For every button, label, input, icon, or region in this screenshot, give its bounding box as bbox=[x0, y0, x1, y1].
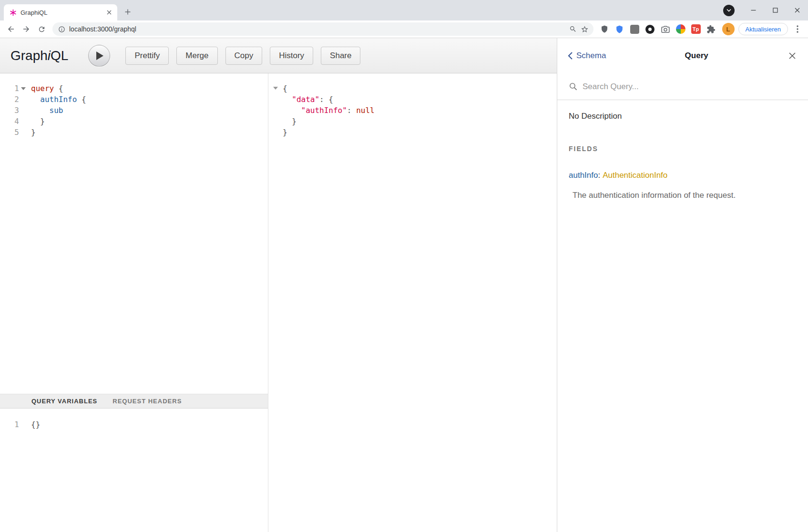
line-number: 1 bbox=[0, 83, 19, 94]
result-fold-arrow-icon[interactable] bbox=[273, 87, 278, 90]
status-circle-icon[interactable] bbox=[723, 5, 735, 16]
doc-back-link[interactable]: Schema bbox=[568, 51, 606, 61]
logo-post: QL bbox=[51, 48, 68, 63]
doc-back-label: Schema bbox=[576, 51, 606, 61]
chevron-left-icon bbox=[568, 51, 573, 60]
history-button[interactable]: History bbox=[270, 47, 313, 65]
graphiql-logo: GraphiQL bbox=[10, 48, 68, 63]
avatar-initial: L bbox=[726, 26, 730, 33]
extension-shield-icon[interactable] bbox=[598, 23, 611, 35]
bookmark-star-icon[interactable] bbox=[581, 25, 589, 33]
query-editor[interactable]: 1 2 3 4 5 query { authInfo { sub } } bbox=[0, 73, 268, 394]
url-text: localhost:3000/graphql bbox=[69, 25, 565, 33]
doc-content: No Description FIELDS authInfo:Authentic… bbox=[557, 100, 808, 212]
line-number: 4 bbox=[0, 116, 19, 127]
extension-record-icon[interactable] bbox=[644, 23, 656, 35]
update-button-label: Aktualisieren bbox=[746, 26, 781, 33]
graphiql-topbar: GraphiQL Prettify Merge Copy History Sha… bbox=[0, 38, 557, 73]
prettify-button[interactable]: Prettify bbox=[125, 47, 169, 65]
window-maximize-button[interactable] bbox=[764, 0, 786, 20]
graphiql-app: GraphiQL Prettify Merge Copy History Sha… bbox=[0, 38, 808, 532]
result-line: } bbox=[283, 116, 557, 127]
window-close-button[interactable] bbox=[786, 0, 808, 20]
line-number: 2 bbox=[0, 94, 19, 105]
code-line: {} bbox=[31, 419, 40, 430]
page-info-icon[interactable] bbox=[58, 26, 65, 33]
execute-button[interactable] bbox=[88, 45, 110, 67]
code-line: authInfo { bbox=[31, 94, 86, 105]
result-line: "data": { bbox=[283, 94, 557, 105]
field-type-link[interactable]: AuthenticationInfo bbox=[603, 171, 667, 180]
variable-editor-gutter: 1 bbox=[0, 419, 28, 532]
extension-tp-icon[interactable]: Tp bbox=[690, 23, 702, 35]
update-button[interactable]: Aktualisieren bbox=[738, 23, 788, 35]
result-viewer: { "data": { "authInfo": null } } bbox=[268, 73, 557, 138]
extension-camera-icon[interactable] bbox=[659, 23, 672, 35]
doc-search-row bbox=[557, 73, 808, 100]
new-tab-button[interactable] bbox=[121, 5, 134, 19]
window-controls bbox=[723, 0, 808, 20]
back-icon[interactable] bbox=[4, 22, 18, 36]
tab-title: GraphiQL bbox=[20, 9, 101, 16]
zoom-icon[interactable] bbox=[569, 25, 577, 33]
query-editor-code[interactable]: query { authInfo { sub } } bbox=[28, 83, 86, 394]
extension-gray-square-icon[interactable] bbox=[629, 23, 641, 35]
graphiql-main-column: GraphiQL Prettify Merge Copy History Sha… bbox=[0, 38, 557, 532]
search-icon bbox=[569, 82, 578, 91]
code-line: sub bbox=[31, 105, 86, 116]
logo-pre: Graph bbox=[10, 48, 48, 63]
fold-arrow-icon[interactable] bbox=[21, 87, 26, 90]
share-button[interactable]: Share bbox=[321, 47, 360, 65]
doc-explorer: Schema Query No Description FIELDS authI… bbox=[557, 38, 808, 532]
graphql-favicon-icon bbox=[10, 9, 17, 16]
extension-blue-shield-icon[interactable] bbox=[614, 23, 626, 35]
result-line: "authInfo": null bbox=[283, 105, 557, 116]
tab-request-headers[interactable]: REQUEST HEADERS bbox=[113, 398, 182, 405]
profile-avatar[interactable]: L bbox=[722, 23, 735, 35]
window-minimize-button[interactable] bbox=[742, 0, 764, 20]
variable-editor[interactable]: 1 {} bbox=[0, 409, 268, 532]
copy-button[interactable]: Copy bbox=[225, 47, 263, 65]
line-number: 3 bbox=[0, 105, 19, 116]
line-number: 1 bbox=[0, 419, 19, 430]
graphiql-toolbar: Prettify Merge Copy History Share bbox=[125, 47, 360, 65]
result-line: } bbox=[283, 127, 557, 138]
doc-search-input[interactable] bbox=[583, 82, 797, 92]
merge-button[interactable]: Merge bbox=[176, 47, 217, 65]
line-number: 5 bbox=[0, 127, 19, 138]
browser-menu-icon[interactable] bbox=[791, 22, 804, 36]
doc-fields-heading: FIELDS bbox=[569, 145, 797, 153]
result-pane[interactable]: { "data": { "authInfo": null } } bbox=[268, 73, 557, 532]
url-bar[interactable]: localhost:3000/graphql bbox=[52, 22, 593, 36]
graphiql-workspace: 1 2 3 4 5 query { authInfo { sub } } bbox=[0, 73, 557, 532]
doc-explorer-header: Schema Query bbox=[557, 38, 808, 73]
tp-badge-label: Tp bbox=[691, 24, 701, 34]
extension-pinwheel-icon[interactable] bbox=[675, 23, 687, 35]
tab-close-icon[interactable] bbox=[105, 8, 113, 17]
browser-toolbar: localhost:3000/graphql Tp L bbox=[0, 20, 808, 38]
doc-title: Query bbox=[606, 51, 787, 61]
code-line: } bbox=[31, 116, 86, 127]
doc-close-icon[interactable] bbox=[787, 51, 798, 61]
doc-no-description: No Description bbox=[569, 112, 797, 121]
variable-editor-title-bar: QUERY VARIABLES REQUEST HEADERS bbox=[0, 394, 268, 409]
field-separator: : bbox=[598, 171, 600, 180]
browser-window: GraphiQL bbox=[0, 0, 808, 532]
tab-strip: GraphiQL bbox=[0, 0, 808, 20]
result-line: { bbox=[283, 83, 557, 94]
forward-icon[interactable] bbox=[19, 22, 33, 36]
query-pane: 1 2 3 4 5 query { authInfo { sub } } bbox=[0, 73, 268, 532]
code-line: } bbox=[31, 127, 86, 138]
browser-tab-graphiql[interactable]: GraphiQL bbox=[4, 4, 117, 20]
tab-query-variables[interactable]: QUERY VARIABLES bbox=[31, 398, 97, 405]
reload-icon[interactable] bbox=[34, 22, 49, 36]
extensions-puzzle-icon[interactable] bbox=[705, 23, 717, 35]
query-editor-gutter: 1 2 3 4 5 bbox=[0, 83, 28, 394]
code-line: query { bbox=[31, 83, 86, 94]
doc-field-row: authInfo:AuthenticationInfo bbox=[569, 171, 797, 180]
field-description: The authentication information of the re… bbox=[569, 191, 797, 200]
variable-editor-code[interactable]: {} bbox=[28, 419, 40, 532]
field-name-link[interactable]: authInfo bbox=[569, 171, 598, 180]
